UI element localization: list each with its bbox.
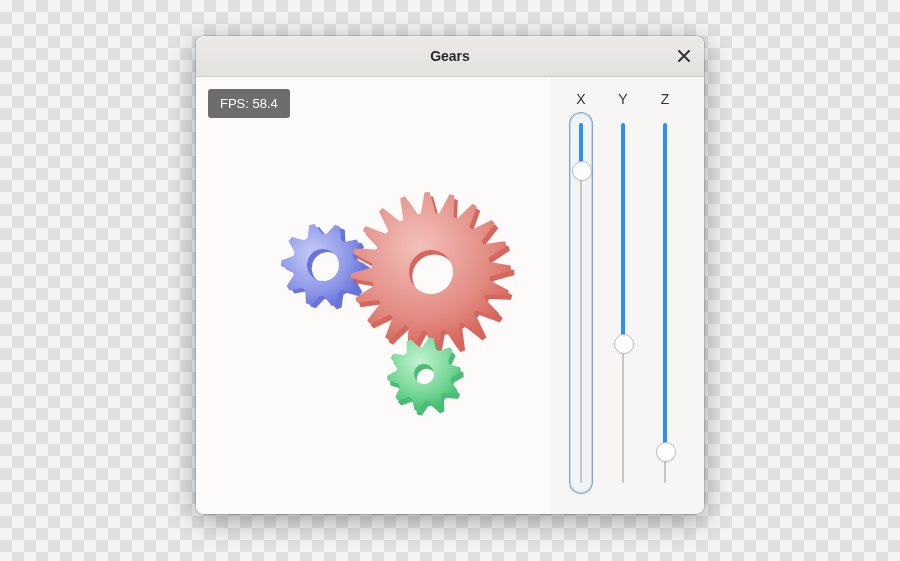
slider-x[interactable] [570, 113, 592, 493]
slider-z-label: Z [661, 91, 670, 107]
fps-overlay: FPS: 58.4 [208, 89, 290, 118]
slider-y-col: Y [612, 91, 634, 494]
slider-thumb[interactable] [656, 442, 676, 462]
gears-graphic [206, 137, 566, 457]
window-title: Gears [430, 48, 470, 64]
slider-y[interactable] [612, 113, 634, 493]
slider-fill [621, 123, 625, 343]
slider-y-label: Y [618, 91, 627, 107]
slider-thumb[interactable] [614, 334, 634, 354]
slider-fill [663, 123, 667, 451]
slider-z[interactable] [654, 113, 676, 493]
slider-panel: X Y Z [550, 77, 704, 514]
gl-viewport[interactable]: FPS: 58.4 [196, 77, 550, 514]
slider-x-label: X [576, 91, 585, 107]
slider-z-col: Z [654, 91, 676, 494]
content-area: FPS: 58.4 [196, 77, 704, 514]
close-button[interactable] [670, 42, 698, 70]
slider-thumb[interactable] [572, 161, 592, 181]
app-window: Gears FPS: 58.4 [196, 36, 704, 514]
titlebar[interactable]: Gears [196, 36, 704, 77]
slider-x-col: X [570, 91, 592, 494]
close-icon [678, 50, 690, 62]
